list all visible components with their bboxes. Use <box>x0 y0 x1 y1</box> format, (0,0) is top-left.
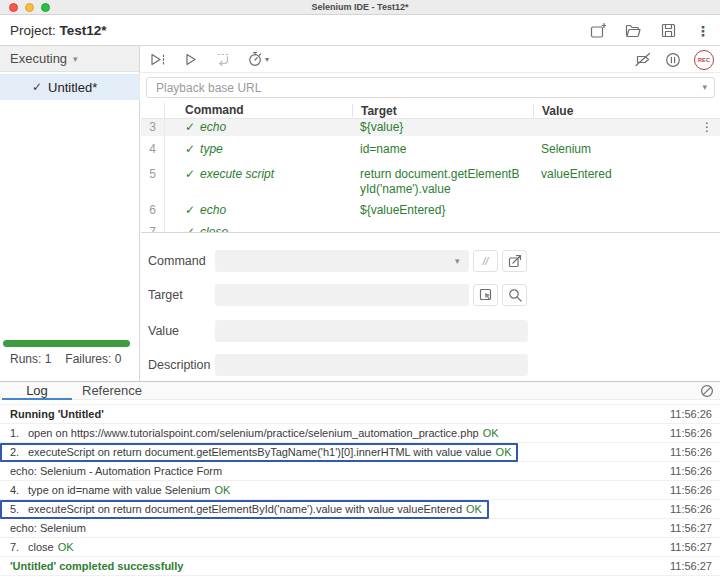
open-new-window-icon <box>508 254 522 268</box>
test-name-label: Untitled* <box>48 80 97 95</box>
log-timestamp: 11:56:26 <box>670 500 712 518</box>
target-cell: return document.getElementById('name').v… <box>352 162 533 197</box>
target-cell: ${valueEntered} <box>352 197 533 223</box>
log-entry-highlighted: 5.executeScript on return document.getEl… <box>0 500 720 519</box>
select-target-in-page-button[interactable] <box>473 284 498 306</box>
chevron-down-icon: ▾ <box>265 55 269 64</box>
find-target-button[interactable] <box>502 284 527 306</box>
step-over-button[interactable] <box>215 52 231 67</box>
log-entry: echo: Selenium - Automation Practice For… <box>0 462 720 481</box>
log-timestamp: 11:56:27 <box>670 519 712 537</box>
open-in-new-window-button[interactable] <box>502 250 527 272</box>
toggle-comment-button[interactable]: // <box>473 250 498 272</box>
command-cell: echo <box>200 120 226 134</box>
check-icon: ✓ <box>185 120 195 134</box>
row-number: 5 <box>141 162 165 197</box>
target-cell: id=name <box>352 136 533 162</box>
table-row-type[interactable]: 4 ✓type id=name Selenium <box>141 136 720 162</box>
log-timestamp: 11:56:26 <box>670 462 712 480</box>
run-all-tests-button[interactable] <box>150 52 167 67</box>
project-menu-button[interactable]: ⋮ <box>694 22 712 40</box>
column-header-value: Value <box>533 104 700 117</box>
failures-count: Failures: 0 <box>65 352 121 366</box>
log-entry-highlighted: 2.executeScript on return document.getEl… <box>0 443 720 462</box>
clear-log-icon <box>700 384 714 398</box>
row-number: 4 <box>141 136 165 162</box>
log-entry: Running 'Untitled' 11:56:26 <box>0 405 720 424</box>
step-over-icon <box>215 52 231 67</box>
log-entry: echo: Selenium 11:56:27 <box>0 519 720 538</box>
window-title: Selenium IDE - Test12* <box>0 0 720 15</box>
project-label: Project: <box>10 23 56 38</box>
log-entry: 4.type on id=name with value SeleniumOK … <box>0 481 720 500</box>
close-window-button[interactable] <box>9 3 18 12</box>
command-cell: close <box>200 225 228 232</box>
new-project-button[interactable] <box>589 22 607 40</box>
row-number: 3 <box>141 119 165 136</box>
table-row-echo-valueentered[interactable]: 6 ✓echo ${valueEntered} <box>141 197 720 223</box>
titlebar: Selenium IDE - Test12* <box>0 0 720 15</box>
table-row-execute-script[interactable]: 5 ✓execute script return document.getEle… <box>141 162 720 197</box>
open-project-button[interactable] <box>624 22 642 40</box>
project-name: Test12* <box>60 23 107 38</box>
check-icon: ✓ <box>185 225 195 232</box>
table-row-close[interactable]: 7 ✓close <box>141 223 720 232</box>
command-select[interactable] <box>215 250 469 272</box>
disable-breakpoints-button[interactable] <box>634 52 652 67</box>
table-row-echo-value[interactable]: 3 ✓echo ${value} ⋮ <box>141 119 720 136</box>
log-timestamp: 11:56:26 <box>670 405 712 423</box>
save-project-button[interactable] <box>659 22 677 40</box>
sidebar-state-dropdown[interactable]: Executing ▾ <box>0 46 139 72</box>
play-icon <box>184 52 198 67</box>
run-stats: Runs: 1Failures: 0 <box>10 352 135 366</box>
tab-log[interactable]: Log <box>2 382 72 400</box>
run-progress-bar <box>3 340 130 347</box>
stopwatch-icon <box>248 51 263 67</box>
log-panel: Log Reference Running 'Untitled' 11:56:2… <box>0 381 720 577</box>
target-input[interactable] <box>215 284 469 306</box>
app-header: Project: Test12* ⋮ <box>0 15 720 46</box>
rec-label: REC <box>698 57 710 63</box>
log-entry: 1.open on https://www.tutorialspoint.com… <box>0 424 720 443</box>
playback-base-url-input[interactable] <box>146 77 715 98</box>
main-panel: ▾ REC ▾ <box>141 46 720 381</box>
test-speed-button[interactable]: ▾ <box>248 51 269 67</box>
log-timestamp: 11:56:26 <box>670 443 712 461</box>
row-kebab-menu[interactable]: ⋮ <box>700 119 720 136</box>
tests-sidebar: Executing ▾ ✓ Untitled* Runs: 1Failures:… <box>0 46 140 381</box>
command-cell: echo <box>200 203 226 217</box>
check-icon: ✓ <box>185 142 195 156</box>
log-tabbar: Log Reference <box>0 382 720 400</box>
tab-reference[interactable]: Reference <box>74 382 150 400</box>
project-title: Project: Test12* <box>10 23 107 38</box>
playback-base-url-combobox: ▾ <box>146 77 715 98</box>
new-project-icon <box>590 23 606 39</box>
log-timestamp: 11:56:27 <box>670 538 712 556</box>
sidebar-item-untitled-test[interactable]: ✓ Untitled* <box>0 74 140 100</box>
commands-table: 3 ✓echo ${value} ⋮ 4 ✓type id=name Selen… <box>141 119 720 232</box>
commands-table-header: Command Target Value <box>141 103 720 119</box>
description-input[interactable] <box>215 354 528 376</box>
sidebar-state-label: Executing <box>10 51 67 66</box>
pause-circle-icon <box>665 52 681 68</box>
selenium-ide-window: Selenium IDE - Test12* Project: Test12* … <box>0 0 720 577</box>
row-number: 6 <box>141 197 165 223</box>
kebab-menu-icon: ⋮ <box>696 22 710 40</box>
check-icon: ✓ <box>32 80 42 94</box>
command-field-label: Command <box>148 254 206 268</box>
log-entry: 'Untitled' completed successfully 11:56:… <box>0 557 720 576</box>
clear-log-button[interactable] <box>700 384 714 398</box>
value-input[interactable] <box>215 320 528 342</box>
value-cell: valueEntered <box>533 162 700 182</box>
zoom-window-button[interactable] <box>41 3 50 12</box>
run-current-test-button[interactable] <box>184 52 198 67</box>
minimize-window-button[interactable] <box>25 3 34 12</box>
check-icon: ✓ <box>185 203 195 217</box>
pause-on-exceptions-button[interactable] <box>665 52 681 68</box>
command-edit-form: Command ▾ // Target <box>141 232 720 381</box>
record-button[interactable]: REC <box>694 50 714 70</box>
chevron-down-icon: ▾ <box>73 54 78 64</box>
value-cell: Selenium <box>533 136 700 162</box>
playback-toolbar: ▾ REC <box>141 46 720 73</box>
check-icon: ✓ <box>185 167 195 181</box>
